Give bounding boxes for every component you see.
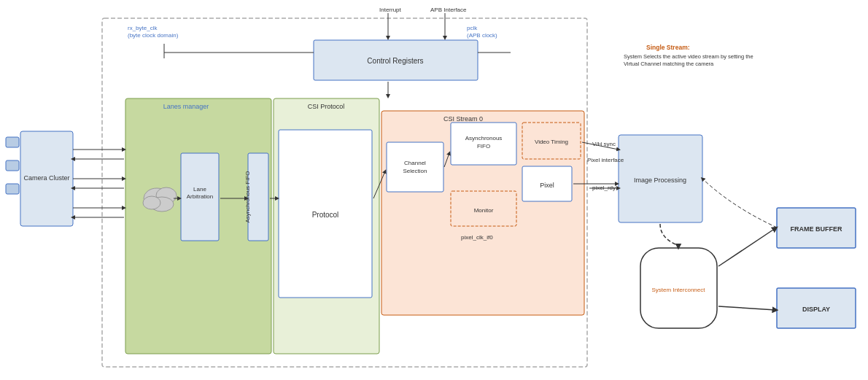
svg-rect-1 [6,160,19,171]
single-stream-desc2: Virtual Channel matching the camera [624,61,714,67]
svg-line-48 [718,228,775,266]
pixel-clk-label: pixel_clk_if0 [461,234,493,241]
video-timing-label: Video Timing [535,139,568,145]
byte-clk-domain-label: (byte clock domain) [128,32,179,39]
svg-text:Selection: Selection [403,168,427,174]
channel-selection-label: Channel [404,160,426,166]
single-stream-desc1: System Selects the active video stream b… [624,53,753,60]
svg-line-49 [718,306,775,310]
architecture-diagram: Camera Cluster rx_byte_clk (byte clock d… [0,0,868,380]
pclk-label: pclk [467,25,478,31]
svg-rect-17 [387,142,443,192]
system-interconnect-label: System Interconnect [652,287,706,293]
async-fifo-label: Asynchronous FIFO [244,171,251,222]
svg-point-15 [143,196,160,209]
image-processing-label: Image Processing [634,177,686,184]
svg-text:Arbitration: Arbitration [187,193,213,200]
csi-stream-label: CSI Stream 0 [443,115,483,123]
frame-buffer-label: FRAME BUFFER [791,225,842,233]
camera-cluster-label: Camera Cluster [23,174,69,182]
svg-rect-11 [248,153,268,241]
svg-rect-0 [6,137,19,147]
apb-interface-label: APB Interface [430,7,467,13]
protocol-label: Protocol [312,211,339,219]
rx-byte-clk-label: rx_byte_clk [128,25,158,31]
single-stream-title: Single Stream: [646,44,690,51]
svg-rect-2 [6,184,19,194]
monitor-label: Monitor [474,207,494,214]
lane-arbitration-label: Lane [193,186,206,193]
apb-clock-label: (APB clock) [467,32,497,39]
pixel-label: Pixel [540,182,554,189]
async-fifo2-label: Asynchronous [465,135,503,141]
svg-text:FIFO: FIFO [477,143,490,150]
display-label: DISPLAY [802,306,830,313]
pixel-interface-label: Pixel interface [587,157,624,163]
interrupt-label: Interrupt [379,7,402,13]
lanes-manager-label: Lanes manager [163,103,209,110]
diagram-container: Camera Cluster rx_byte_clk (byte clock d… [0,0,868,380]
csi-protocol-label: CSI Protocol [308,103,345,110]
control-registers-label: Control Registers [367,57,423,65]
